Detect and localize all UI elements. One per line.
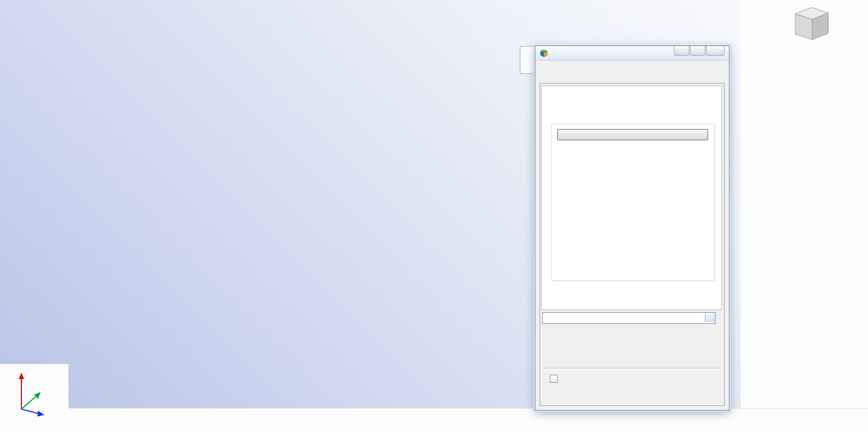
direction-xy-button[interactable]	[557, 129, 708, 140]
y-axis-arrowhead	[34, 392, 41, 399]
maps-on-solids-icon	[540, 49, 548, 57]
dropdown-arrow-icon	[705, 313, 715, 322]
values-group-frame	[551, 124, 715, 281]
y-axis-arrow	[21, 395, 37, 409]
dialog-titlebar[interactable]	[535, 46, 729, 61]
minimize-button[interactable]	[674, 46, 689, 56]
open-new-window-checkbox[interactable]	[550, 375, 558, 383]
separator	[542, 368, 721, 370]
x-axis-arrow	[21, 409, 40, 414]
values-panel	[541, 86, 722, 310]
maps-on-solids-dialog	[535, 46, 729, 411]
results-legend	[750, 215, 830, 218]
3d-viewport[interactable]	[0, 0, 868, 431]
max-value-annotations	[0, 0, 868, 431]
tabs-dock-handle[interactable]	[520, 46, 535, 74]
maximize-button[interactable]	[690, 46, 705, 56]
z-axis-arrowhead	[19, 373, 24, 379]
view-cube[interactable]	[789, 3, 834, 45]
x-axis-arrowhead	[37, 411, 44, 417]
dialog-button-row	[547, 387, 717, 399]
close-button[interactable]	[706, 46, 725, 56]
tab-page-detailed	[540, 83, 725, 406]
window-caption-buttons	[673, 46, 725, 56]
smoothing-dropdown[interactable]	[542, 312, 716, 324]
open-new-window-option[interactable]	[550, 373, 561, 384]
axis-triad	[7, 367, 66, 420]
